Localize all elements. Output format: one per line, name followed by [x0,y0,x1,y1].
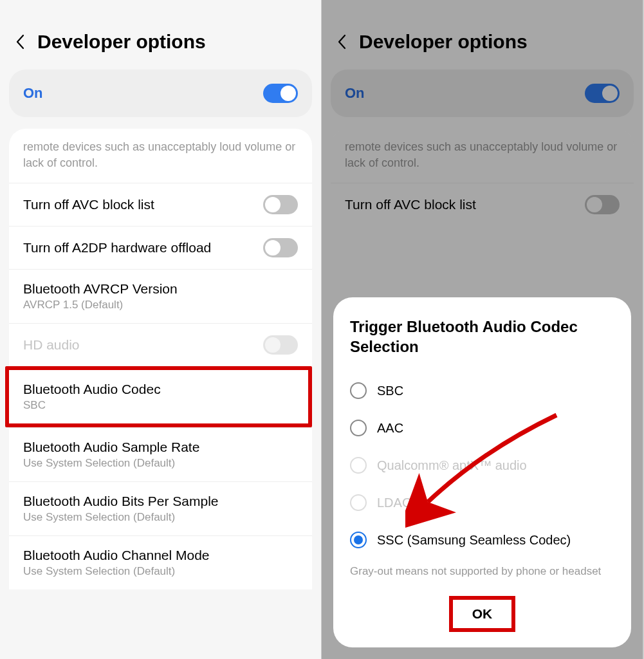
option-ldac: LDAC [350,484,614,521]
row-sample-rate[interactable]: Bluetooth Audio Sample Rate Use System S… [9,427,312,481]
dialog-note: Gray-out means not supported by phone or… [350,565,614,578]
page-title: Developer options [37,31,206,53]
row-avrcp-version[interactable]: Bluetooth AVRCP Version AVRCP 1.5 (Defau… [9,269,312,323]
row-title: Bluetooth Audio Codec [23,382,294,397]
toggle-a2dp[interactable] [263,238,298,257]
option-ssc[interactable]: SSC (Samsung Seamless Codec) [350,521,614,559]
toggle-avc[interactable] [263,195,298,214]
partial-description: remote devices such as unacceptably loud… [9,133,312,183]
row-subtitle: SBC [23,399,294,412]
codec-selection-dialog: Trigger Bluetooth Audio Codec Selection … [333,297,631,647]
row-channel-mode[interactable]: Bluetooth Audio Channel Mode Use System … [9,535,312,589]
annotation-highlight-codec: Bluetooth Audio Codec SBC [5,366,312,427]
row-title: Bluetooth AVRCP Version [23,281,298,297]
row-a2dp-offload[interactable]: Turn off A2DP hardware offload [9,226,312,269]
row-title: Bluetooth Audio Sample Rate [23,440,298,455]
radio-icon [350,457,367,474]
radio-icon [350,494,367,511]
dialog-actions: OK [350,591,614,636]
row-subtitle: AVRCP 1.5 (Default) [23,299,298,311]
radio-icon [350,382,367,399]
radio-icon [350,532,367,548]
radio-icon [350,420,367,436]
row-subtitle: Use System Selection (Default) [23,511,298,524]
row-bits-per-sample[interactable]: Bluetooth Audio Bits Per Sample Use Syst… [9,481,312,535]
row-title: Turn off A2DP hardware offload [23,240,263,255]
annotation-highlight-ok: OK [449,596,516,632]
master-toggle-row[interactable]: On [9,70,312,117]
row-title: Bluetooth Audio Channel Mode [23,548,298,563]
option-label: LDAC [377,496,411,510]
header: Developer options [0,0,321,70]
ok-button[interactable]: OK [466,602,499,626]
toggle-hd-audio [263,335,298,355]
row-hd-audio: HD audio [9,323,312,366]
row-avc-block-list[interactable]: Turn off AVC block list [9,183,312,226]
option-aptx: Qualcomm® aptX™ audio [350,447,614,484]
dialog-title: Trigger Bluetooth Audio Codec Selection [350,317,614,357]
screen-right: Developer options On remote devices such… [322,0,643,659]
master-toggle[interactable] [263,84,298,103]
screen-left: Developer options On remote devices such… [0,0,322,659]
option-label: Qualcomm® aptX™ audio [377,458,527,473]
settings-list: remote devices such as unacceptably loud… [9,129,312,589]
row-bluetooth-audio-codec[interactable]: Bluetooth Audio Codec SBC [9,370,308,423]
option-label: AAC [377,421,403,436]
option-sbc[interactable]: SBC [350,372,614,409]
option-aac[interactable]: AAC [350,409,614,447]
back-icon[interactable] [13,35,27,49]
option-label: SSC (Samsung Seamless Codec) [377,533,571,548]
row-subtitle: Use System Selection (Default) [23,565,298,578]
row-title: HD audio [23,337,263,353]
option-label: SBC [377,384,403,398]
row-subtitle: Use System Selection (Default) [23,457,298,470]
row-title: Bluetooth Audio Bits Per Sample [23,494,298,509]
master-toggle-label: On [23,85,43,102]
row-title: Turn off AVC block list [23,197,263,212]
